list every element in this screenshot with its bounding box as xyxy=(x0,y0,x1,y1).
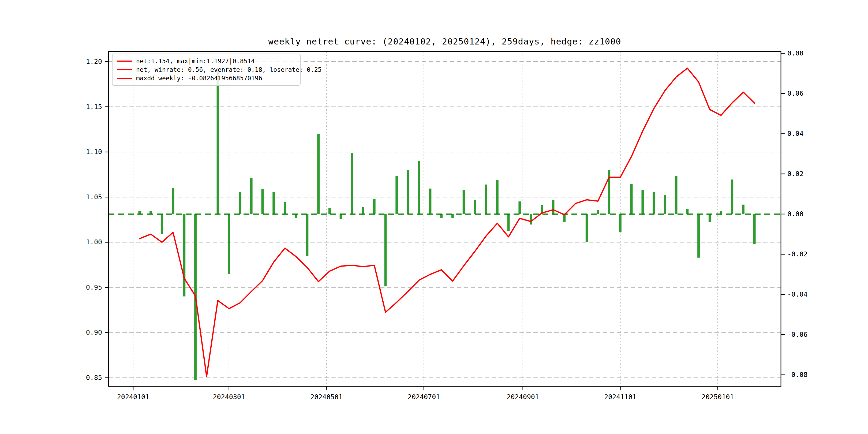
legend-label: net:1.154, max|min:1.1927|0.8514 xyxy=(136,57,255,65)
weekly-return-bar xyxy=(407,170,409,214)
weekly-return-bar xyxy=(753,214,756,244)
weekly-return-bar xyxy=(619,214,622,232)
weekly-return-bar xyxy=(362,207,364,214)
weekly-return-bar xyxy=(396,176,398,214)
weekly-return-bar xyxy=(317,134,320,214)
right-tick-label: -0.06 xyxy=(787,331,807,338)
weekly-return-bar xyxy=(329,208,331,214)
chart-title: weekly netret curve: (20240102, 20250124… xyxy=(268,36,621,46)
left-tick-label: 1.05 xyxy=(86,193,102,201)
weekly-return-bar xyxy=(463,190,465,214)
weekly-return-bar xyxy=(518,202,521,214)
weekly-return-bar xyxy=(172,188,175,214)
right-tick-label: -0.02 xyxy=(787,250,807,258)
left-tick-label: 1.00 xyxy=(86,238,102,246)
weekly-return-bar xyxy=(731,180,733,214)
weekly-return-bar xyxy=(161,214,163,234)
right-tick-label: 0.00 xyxy=(787,210,803,218)
weekly-return-bar xyxy=(641,190,644,214)
weekly-return-bar xyxy=(675,176,678,214)
red-line-swatch-icon xyxy=(117,61,132,62)
weekly-return-bar xyxy=(530,214,532,224)
x-tick-label: 20240701 xyxy=(408,393,440,401)
net-curve xyxy=(140,68,754,377)
weekly-return-bar xyxy=(295,214,298,218)
weekly-return-bar xyxy=(183,214,185,297)
red-line-swatch-icon xyxy=(117,69,132,70)
x-tick-label: 20240301 xyxy=(213,393,245,401)
weekly-return-bar xyxy=(709,214,711,222)
left-tick-label: 0.90 xyxy=(86,329,102,336)
weekly-return-bar xyxy=(597,210,599,214)
weekly-return-bar xyxy=(474,200,476,214)
weekly-return-bar xyxy=(608,170,610,214)
left-tick-label: 0.85 xyxy=(86,374,102,381)
x-tick-label: 20240501 xyxy=(310,393,342,401)
weekly-return-bar xyxy=(452,214,454,218)
right-tick-label: 0.08 xyxy=(787,49,803,57)
weekly-return-bar xyxy=(306,214,308,256)
red-line-swatch-icon xyxy=(117,78,132,79)
left-tick-label: 1.20 xyxy=(86,58,102,65)
left-tick-label: 1.15 xyxy=(86,103,102,111)
chart-page: 1.201.151.101.051.000.950.900.850.080.06… xyxy=(0,0,868,434)
right-tick-label: 0.04 xyxy=(787,130,803,137)
weekly-return-bar xyxy=(698,214,700,258)
weekly-return-bar xyxy=(340,214,342,219)
weekly-return-bar xyxy=(586,214,588,242)
weekly-return-bar xyxy=(250,178,253,214)
right-tick-label: 0.06 xyxy=(787,90,803,97)
weekly-return-bar xyxy=(273,192,275,214)
weekly-return-bar xyxy=(284,202,286,214)
weekly-return-bar xyxy=(552,200,555,214)
legend-label: maxdd_weekly: -0.08264195668570196 xyxy=(136,74,262,82)
weekly-return-bar xyxy=(228,214,230,274)
weekly-return-bar xyxy=(507,214,510,231)
legend-item-maxdd: maxdd_weekly: -0.08264195668570196 xyxy=(117,74,295,83)
weekly-return-bar xyxy=(384,214,387,286)
weekly-return-bar xyxy=(742,205,744,214)
weekly-return-bar xyxy=(239,192,241,214)
chart-legend: net:1.154, max|min:1.1927|0.8514 net, wi… xyxy=(112,54,301,86)
legend-label: net, winrate: 0.56, evenrate: 0.18, lose… xyxy=(136,66,321,73)
weekly-return-bar xyxy=(440,214,442,218)
right-tick-label: 0.02 xyxy=(787,170,803,178)
left-tick-label: 0.95 xyxy=(86,283,102,291)
x-tick-label: 20241101 xyxy=(604,393,636,401)
weekly-return-bar xyxy=(653,192,655,214)
weekly-return-bar xyxy=(418,161,420,214)
weekly-return-bar xyxy=(373,199,376,214)
legend-item-net: net:1.154, max|min:1.1927|0.8514 xyxy=(117,57,295,65)
left-tick-label: 1.10 xyxy=(86,148,102,156)
weekly-return-bar xyxy=(217,69,219,214)
x-tick-label: 20240101 xyxy=(117,393,149,401)
right-tick-label: -0.04 xyxy=(787,290,807,298)
plot-border xyxy=(108,52,781,386)
x-tick-label: 20250101 xyxy=(702,393,734,401)
right-tick-label: -0.08 xyxy=(787,371,807,378)
weekly-return-bar xyxy=(630,184,633,214)
weekly-return-bar xyxy=(351,153,353,214)
weekly-return-bar xyxy=(429,189,432,214)
weekly-return-bar xyxy=(496,180,499,214)
weekly-return-bar xyxy=(261,189,264,214)
weekly-return-bar xyxy=(686,209,688,214)
legend-item-winrate: net, winrate: 0.56, evenrate: 0.18, lose… xyxy=(117,65,295,74)
weekly-return-bar xyxy=(485,185,487,214)
weekly-return-bar xyxy=(664,195,666,214)
x-tick-label: 20240901 xyxy=(507,393,539,401)
